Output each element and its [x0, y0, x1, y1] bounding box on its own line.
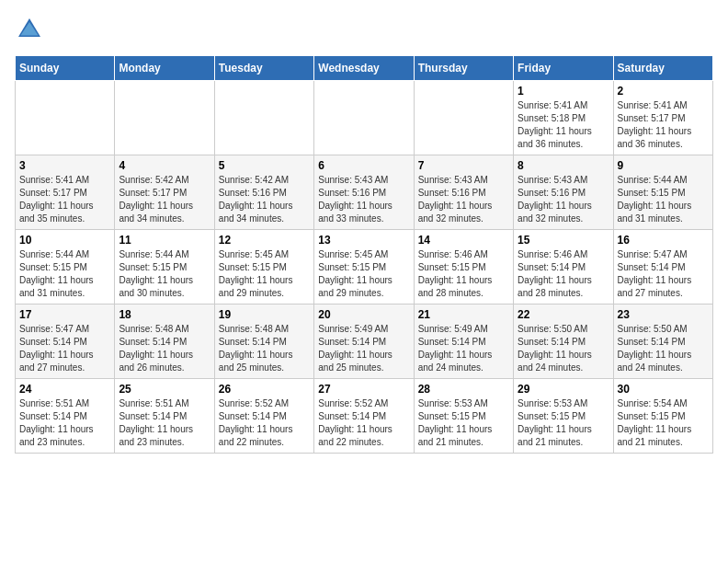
calendar-cell: 21Sunrise: 5:49 AM Sunset: 5:14 PM Dayli… [414, 304, 513, 379]
day-number: 14 [418, 234, 509, 247]
calendar-cell: 4Sunrise: 5:42 AM Sunset: 5:17 PM Daylig… [115, 155, 214, 230]
calendar-cell: 8Sunrise: 5:43 AM Sunset: 5:16 PM Daylig… [514, 155, 613, 230]
day-number: 2 [618, 85, 709, 98]
day-header-friday: Friday [514, 56, 613, 81]
calendar-cell: 24Sunrise: 5:51 AM Sunset: 5:14 PM Dayli… [16, 379, 115, 454]
day-number: 30 [618, 383, 709, 396]
day-info: Sunrise: 5:49 AM Sunset: 5:14 PM Dayligh… [318, 323, 409, 374]
calendar-cell: 11Sunrise: 5:44 AM Sunset: 5:15 PM Dayli… [115, 230, 214, 304]
day-number: 20 [318, 308, 409, 321]
day-info: Sunrise: 5:41 AM Sunset: 5:17 PM Dayligh… [19, 174, 110, 225]
calendar-cell: 1Sunrise: 5:41 AM Sunset: 5:18 PM Daylig… [514, 81, 613, 155]
calendar-cell: 29Sunrise: 5:53 AM Sunset: 5:15 PM Dayli… [514, 379, 613, 454]
day-number: 26 [219, 383, 310, 396]
day-info: Sunrise: 5:44 AM Sunset: 5:15 PM Dayligh… [119, 248, 210, 300]
day-info: Sunrise: 5:47 AM Sunset: 5:14 PM Dayligh… [19, 323, 110, 374]
day-number: 1 [518, 85, 609, 98]
calendar-cell: 20Sunrise: 5:49 AM Sunset: 5:14 PM Dayli… [314, 304, 414, 379]
day-number: 23 [618, 308, 709, 321]
day-info: Sunrise: 5:43 AM Sunset: 5:16 PM Dayligh… [518, 174, 609, 225]
day-number: 9 [618, 159, 709, 172]
day-info: Sunrise: 5:43 AM Sunset: 5:16 PM Dayligh… [318, 174, 409, 225]
day-number: 8 [518, 159, 609, 172]
calendar-cell: 25Sunrise: 5:51 AM Sunset: 5:14 PM Dayli… [115, 379, 214, 454]
day-number: 10 [19, 234, 110, 247]
day-number: 25 [119, 383, 210, 396]
day-info: Sunrise: 5:49 AM Sunset: 5:14 PM Dayligh… [418, 323, 509, 374]
calendar-week-4: 24Sunrise: 5:51 AM Sunset: 5:14 PM Dayli… [16, 379, 713, 454]
calendar-cell: 23Sunrise: 5:50 AM Sunset: 5:14 PM Dayli… [613, 304, 712, 379]
day-number: 13 [318, 234, 409, 247]
day-info: Sunrise: 5:44 AM Sunset: 5:15 PM Dayligh… [19, 248, 110, 300]
calendar-cell: 14Sunrise: 5:46 AM Sunset: 5:15 PM Dayli… [414, 230, 513, 304]
day-number: 22 [518, 308, 609, 321]
calendar-cell: 6Sunrise: 5:43 AM Sunset: 5:16 PM Daylig… [314, 155, 414, 230]
day-header-tuesday: Tuesday [214, 56, 313, 81]
day-number: 28 [418, 383, 509, 396]
day-info: Sunrise: 5:44 AM Sunset: 5:15 PM Dayligh… [618, 174, 709, 225]
day-info: Sunrise: 5:50 AM Sunset: 5:14 PM Dayligh… [618, 323, 709, 374]
calendar-cell: 15Sunrise: 5:46 AM Sunset: 5:14 PM Dayli… [514, 230, 613, 304]
calendar-week-1: 3Sunrise: 5:41 AM Sunset: 5:17 PM Daylig… [16, 155, 713, 230]
day-info: Sunrise: 5:41 AM Sunset: 5:17 PM Dayligh… [618, 99, 709, 151]
calendar-cell: 27Sunrise: 5:52 AM Sunset: 5:14 PM Dayli… [314, 379, 414, 454]
day-info: Sunrise: 5:46 AM Sunset: 5:14 PM Dayligh… [518, 248, 609, 300]
day-number: 29 [518, 383, 609, 396]
calendar-cell: 26Sunrise: 5:52 AM Sunset: 5:14 PM Dayli… [214, 379, 313, 454]
day-info: Sunrise: 5:51 AM Sunset: 5:14 PM Dayligh… [119, 397, 210, 449]
day-info: Sunrise: 5:46 AM Sunset: 5:15 PM Dayligh… [418, 248, 509, 300]
day-info: Sunrise: 5:52 AM Sunset: 5:14 PM Dayligh… [318, 397, 409, 449]
day-header-wednesday: Wednesday [314, 56, 414, 81]
day-header-saturday: Saturday [613, 56, 712, 81]
day-number: 16 [618, 234, 709, 247]
day-number: 11 [119, 234, 210, 247]
calendar-cell: 3Sunrise: 5:41 AM Sunset: 5:17 PM Daylig… [16, 155, 115, 230]
calendar-cell [214, 81, 313, 155]
calendar-cell: 10Sunrise: 5:44 AM Sunset: 5:15 PM Dayli… [16, 230, 115, 304]
day-number: 6 [318, 159, 409, 172]
calendar-cell: 5Sunrise: 5:42 AM Sunset: 5:16 PM Daylig… [214, 155, 313, 230]
day-number: 12 [219, 234, 310, 247]
day-info: Sunrise: 5:45 AM Sunset: 5:15 PM Dayligh… [318, 248, 409, 300]
calendar-cell: 19Sunrise: 5:48 AM Sunset: 5:14 PM Dayli… [214, 304, 313, 379]
calendar-week-2: 10Sunrise: 5:44 AM Sunset: 5:15 PM Dayli… [16, 230, 713, 304]
day-number: 4 [119, 159, 210, 172]
day-info: Sunrise: 5:53 AM Sunset: 5:15 PM Dayligh… [418, 397, 509, 449]
day-header-sunday: Sunday [16, 56, 115, 81]
calendar-cell: 18Sunrise: 5:48 AM Sunset: 5:14 PM Dayli… [115, 304, 214, 379]
calendar-cell: 30Sunrise: 5:54 AM Sunset: 5:15 PM Dayli… [613, 379, 712, 454]
day-info: Sunrise: 5:45 AM Sunset: 5:15 PM Dayligh… [219, 248, 310, 300]
day-number: 3 [19, 159, 110, 172]
calendar-week-0: 1Sunrise: 5:41 AM Sunset: 5:18 PM Daylig… [16, 81, 713, 155]
day-info: Sunrise: 5:41 AM Sunset: 5:18 PM Dayligh… [518, 99, 609, 151]
day-info: Sunrise: 5:53 AM Sunset: 5:15 PM Dayligh… [518, 397, 609, 449]
calendar-cell: 2Sunrise: 5:41 AM Sunset: 5:17 PM Daylig… [613, 81, 712, 155]
day-info: Sunrise: 5:51 AM Sunset: 5:14 PM Dayligh… [19, 397, 110, 449]
calendar-cell [16, 81, 115, 155]
calendar-cell: 12Sunrise: 5:45 AM Sunset: 5:15 PM Dayli… [214, 230, 313, 304]
calendar-cell: 22Sunrise: 5:50 AM Sunset: 5:14 PM Dayli… [514, 304, 613, 379]
logo-icon [15, 15, 44, 44]
day-number: 15 [518, 234, 609, 247]
day-info: Sunrise: 5:54 AM Sunset: 5:15 PM Dayligh… [618, 397, 709, 449]
day-info: Sunrise: 5:48 AM Sunset: 5:14 PM Dayligh… [219, 323, 310, 374]
calendar-week-3: 17Sunrise: 5:47 AM Sunset: 5:14 PM Dayli… [16, 304, 713, 379]
day-number: 27 [318, 383, 409, 396]
day-header-monday: Monday [115, 56, 214, 81]
calendar-cell: 17Sunrise: 5:47 AM Sunset: 5:14 PM Dayli… [16, 304, 115, 379]
day-info: Sunrise: 5:43 AM Sunset: 5:16 PM Dayligh… [418, 174, 509, 225]
calendar-cell [314, 81, 414, 155]
calendar-cell: 13Sunrise: 5:45 AM Sunset: 5:15 PM Dayli… [314, 230, 414, 304]
day-info: Sunrise: 5:47 AM Sunset: 5:14 PM Dayligh… [618, 248, 709, 300]
calendar-cell: 16Sunrise: 5:47 AM Sunset: 5:14 PM Dayli… [613, 230, 712, 304]
day-number: 21 [418, 308, 509, 321]
day-header-thursday: Thursday [414, 56, 513, 81]
day-info: Sunrise: 5:42 AM Sunset: 5:17 PM Dayligh… [119, 174, 210, 225]
day-info: Sunrise: 5:42 AM Sunset: 5:16 PM Dayligh… [219, 174, 310, 225]
logo[interactable] [15, 15, 48, 44]
day-info: Sunrise: 5:48 AM Sunset: 5:14 PM Dayligh… [119, 323, 210, 374]
page-header [15, 15, 713, 44]
calendar-cell [115, 81, 214, 155]
day-number: 24 [19, 383, 110, 396]
day-info: Sunrise: 5:52 AM Sunset: 5:14 PM Dayligh… [219, 397, 310, 449]
